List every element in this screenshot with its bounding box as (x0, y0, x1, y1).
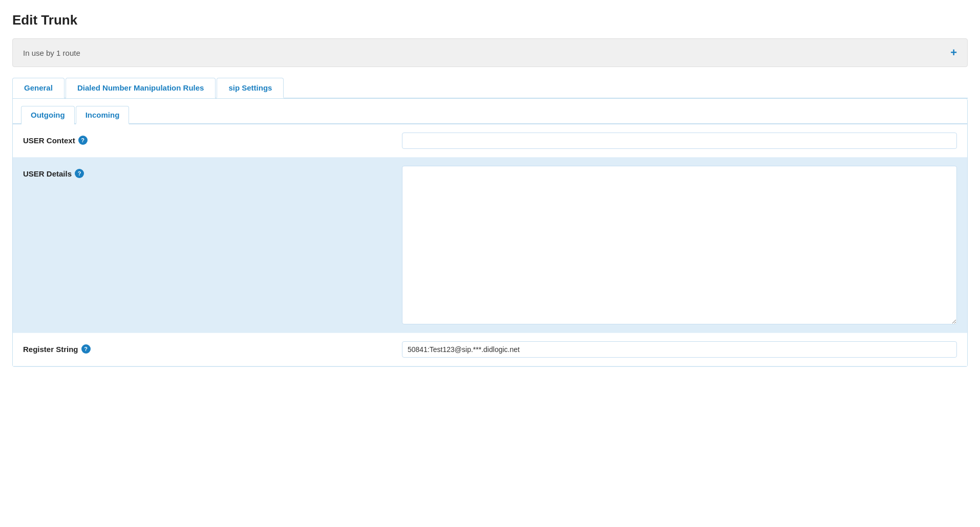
tab-general-label: General (24, 83, 53, 92)
user-context-row: USER Context ? (13, 124, 967, 158)
register-string-help-icon[interactable]: ? (81, 344, 91, 354)
tab-dnmr-label: Dialed Number Manipulation Rules (77, 83, 204, 92)
tab-general[interactable]: General (12, 78, 65, 98)
user-context-label-text: USER Context (23, 136, 75, 145)
user-context-help-icon[interactable]: ? (78, 136, 88, 145)
tab-dnmr[interactable]: Dialed Number Manipulation Rules (66, 78, 216, 98)
user-details-label: USER Details ? (23, 166, 402, 178)
page-container: Edit Trunk In use by 1 route + General D… (0, 0, 980, 379)
register-string-label-text: Register String (23, 345, 78, 354)
tab-sip-settings[interactable]: sip Settings (217, 78, 284, 98)
sub-tab-outgoing-label: Outgoing (31, 111, 65, 119)
sub-tabs: Outgoing Incoming (13, 99, 967, 124)
user-details-help-icon[interactable]: ? (75, 169, 84, 178)
user-details-row: USER Details ? (13, 158, 967, 333)
tab-sip-label: sip Settings (228, 83, 272, 92)
user-context-input[interactable] (402, 133, 957, 149)
sub-tab-incoming-label: Incoming (86, 111, 120, 119)
form-content: USER Context ? USER Details ? Register S… (13, 124, 967, 366)
sub-tab-outgoing[interactable]: Outgoing (21, 106, 75, 124)
page-title: Edit Trunk (12, 12, 968, 28)
info-banner: In use by 1 route + (12, 38, 968, 67)
add-route-button[interactable]: + (950, 46, 957, 59)
info-banner-text: In use by 1 route (23, 49, 80, 57)
content-area: Outgoing Incoming USER Context ? USER De… (12, 99, 968, 367)
register-string-label: Register String ? (23, 341, 402, 354)
user-details-textarea[interactable] (402, 166, 957, 324)
main-tabs: General Dialed Number Manipulation Rules… (12, 77, 968, 99)
sub-tab-incoming[interactable]: Incoming (76, 106, 130, 124)
register-string-row: Register String ? (13, 333, 967, 366)
user-context-label: USER Context ? (23, 133, 402, 145)
register-string-input[interactable] (402, 341, 957, 358)
user-details-label-text: USER Details (23, 169, 72, 178)
